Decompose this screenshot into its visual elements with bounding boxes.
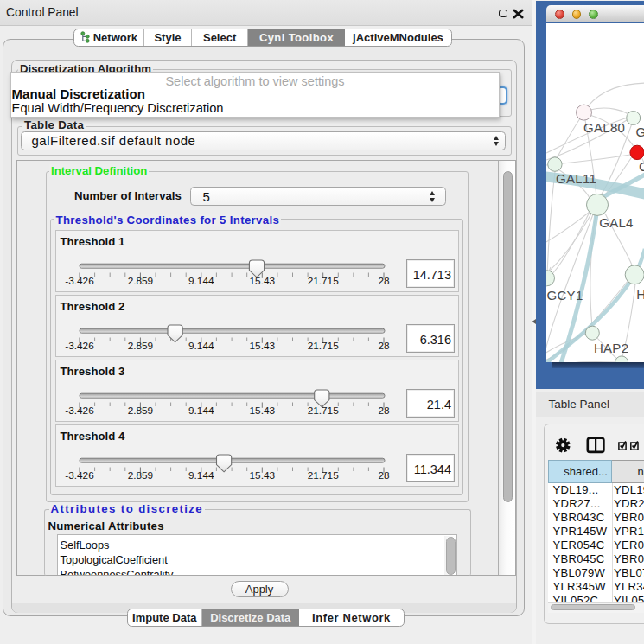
svg-text:HAP2: HAP2 <box>593 341 628 355</box>
svg-text:2.859: 2.859 <box>128 469 154 481</box>
svg-text:2.859: 2.859 <box>128 275 154 287</box>
svg-text:HA: HA <box>636 286 644 301</box>
svg-text:CY: CY <box>638 159 644 174</box>
svg-text:21.715: 21.715 <box>308 340 340 352</box>
svg-text:28: 28 <box>378 405 390 417</box>
svg-text:GAL4: GAL4 <box>599 215 634 230</box>
svg-text:2.859: 2.859 <box>128 405 154 417</box>
svg-text:9.144: 9.144 <box>188 405 214 417</box>
svg-text:21.715: 21.715 <box>308 405 340 417</box>
svg-text:21.715: 21.715 <box>308 469 340 481</box>
svg-text:-3.426: -3.426 <box>65 340 94 352</box>
svg-text:9.144: 9.144 <box>188 340 214 352</box>
svg-text:GAL11: GAL11 <box>556 170 596 185</box>
svg-text:28: 28 <box>378 469 390 481</box>
svg-text:9.144: 9.144 <box>188 469 214 481</box>
svg-text:GCY1: GCY1 <box>546 288 583 303</box>
svg-text:-3.426: -3.426 <box>65 275 94 287</box>
svg-text:21.715: 21.715 <box>308 275 340 287</box>
svg-text:15.43: 15.43 <box>250 340 276 352</box>
svg-text:GAL: GAL <box>635 124 644 138</box>
svg-text:28: 28 <box>378 275 390 287</box>
svg-text:9.144: 9.144 <box>188 275 214 287</box>
svg-text:15.43: 15.43 <box>250 405 276 417</box>
svg-text:-3.426: -3.426 <box>65 405 94 417</box>
svg-text:15.43: 15.43 <box>250 469 276 481</box>
svg-text:GAL80: GAL80 <box>583 119 625 134</box>
svg-text:-3.426: -3.426 <box>65 469 94 481</box>
svg-text:2.859: 2.859 <box>128 340 154 352</box>
svg-text:28: 28 <box>378 340 390 352</box>
svg-text:15.43: 15.43 <box>250 275 276 287</box>
